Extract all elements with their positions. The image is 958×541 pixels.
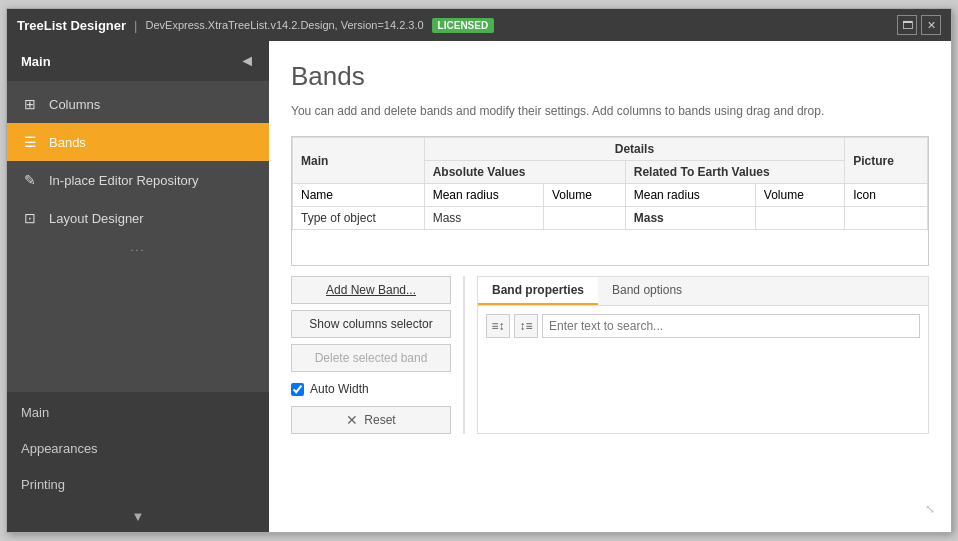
content-wrapper: Bands You can add and delete bands and m… (269, 41, 951, 532)
reset-icon: ✕ (346, 412, 358, 428)
sidebar-item-layout-label: Layout Designer (49, 211, 144, 226)
filter-icon-btn[interactable]: ↕≡ (514, 314, 538, 338)
band-header-details: Details (424, 138, 844, 161)
titlebar-subtitle: DevExpress.XtraTreeList.v14.2.Design, Ve… (146, 19, 424, 31)
titlebar: TreeList Designer | DevExpress.XtraTreeL… (7, 9, 951, 41)
sort-icon-btn[interactable]: ≡↕ (486, 314, 510, 338)
sort-icon: ≡↕ (491, 319, 504, 333)
search-input[interactable] (542, 314, 920, 338)
main-area: Main ◄ ⊞ Columns ☰ Bands ✎ In-place Edit… (7, 41, 951, 532)
titlebar-sep: | (134, 18, 137, 33)
sidebar-bottom: Main Appearances Printing ▼ (7, 392, 269, 532)
tab-content: ≡↕ ↕≡ (478, 306, 928, 433)
restore-button[interactable]: 🗖 (897, 15, 917, 35)
band-col-mean-radius-rel: Mean radius (625, 184, 755, 207)
sidebar-item-bands[interactable]: ☰ Bands (7, 123, 269, 161)
band-col-name: Name (293, 184, 425, 207)
cell-empty-1 (543, 207, 625, 230)
filter-icon: ↕≡ (519, 319, 532, 333)
cell-mass-1: Mass (424, 207, 543, 230)
columns-icon: ⊞ (21, 96, 39, 112)
page-title: Bands (291, 61, 929, 92)
reset-label: Reset (364, 413, 395, 427)
sidebar-expand-btn[interactable]: ▼ (7, 502, 269, 530)
sidebar-item-layout[interactable]: ⊡ Layout Designer (7, 199, 269, 237)
right-panel: Band properties Band options ≡↕ (477, 276, 929, 434)
sidebar-title: Main (21, 54, 51, 69)
band-header-picture: Picture (845, 138, 928, 184)
sidebar: Main ◄ ⊞ Columns ☰ Bands ✎ In-place Edit… (7, 41, 269, 532)
delete-band-button[interactable]: Delete selected band (291, 344, 451, 372)
content: Bands You can add and delete bands and m… (269, 41, 951, 450)
editor-repo-icon: ✎ (21, 172, 39, 188)
cell-empty-3 (845, 207, 928, 230)
sidebar-header: Main ◄ (7, 41, 269, 81)
sidebar-item-columns-label: Columns (49, 97, 100, 112)
app-title: TreeList Designer (17, 18, 126, 33)
band-col-mean-radius-abs: Mean radius (424, 184, 543, 207)
resize-handle[interactable]: ⤡ (925, 502, 935, 516)
window-controls: 🗖 ✕ (897, 15, 941, 35)
cell-mass-2: Mass (625, 207, 755, 230)
band-subheader-rel: Related To Earth Values (625, 161, 844, 184)
show-columns-selector-button[interactable]: Show columns selector (291, 310, 451, 338)
sidebar-item-bands-label: Bands (49, 135, 86, 150)
back-icon[interactable]: ◄ (239, 52, 255, 70)
cell-empty-2 (755, 207, 844, 230)
sidebar-more: ... (7, 237, 269, 257)
vertical-divider (463, 276, 465, 434)
auto-width-checkbox[interactable] (291, 383, 304, 396)
band-table: Main Details Picture Absolute Values Rel… (292, 137, 928, 230)
search-row: ≡↕ ↕≡ (486, 314, 920, 338)
sidebar-bottom-appearances[interactable]: Appearances (7, 430, 269, 466)
sidebar-item-editor-repo-label: In-place Editor Repository (49, 173, 199, 188)
tab-band-options[interactable]: Band options (598, 277, 696, 305)
main-window: TreeList Designer | DevExpress.XtraTreeL… (6, 8, 952, 533)
band-col-volume-rel: Volume (755, 184, 844, 207)
sidebar-item-editor-repo[interactable]: ✎ In-place Editor Repository (7, 161, 269, 199)
add-band-button[interactable]: Add New Band... (291, 276, 451, 304)
sidebar-item-columns[interactable]: ⊞ Columns (7, 85, 269, 123)
reset-button[interactable]: ✕ Reset (291, 406, 451, 434)
bands-icon: ☰ (21, 134, 39, 150)
auto-width-label: Auto Width (310, 382, 369, 396)
sidebar-nav: ⊞ Columns ☰ Bands ✎ In-place Editor Repo… (7, 81, 269, 392)
sidebar-bottom-printing[interactable]: Printing (7, 466, 269, 502)
close-button[interactable]: ✕ (921, 15, 941, 35)
band-col-volume-abs: Volume (543, 184, 625, 207)
tabs-header: Band properties Band options (478, 277, 928, 306)
band-subheader-abs: Absolute Values (424, 161, 625, 184)
expand-icon: ▼ (132, 509, 145, 524)
left-controls: Add New Band... Show columns selector De… (291, 276, 451, 434)
band-header-main: Main (293, 138, 425, 184)
layout-icon: ⊡ (21, 210, 39, 226)
licensed-badge: LICENSED (432, 18, 495, 33)
sidebar-bottom-main[interactable]: Main (7, 394, 269, 430)
band-col-icon: Icon (845, 184, 928, 207)
auto-width-row: Auto Width (291, 382, 451, 396)
tab-band-properties[interactable]: Band properties (478, 277, 598, 305)
table-row[interactable]: Type of object Mass Mass (293, 207, 928, 230)
page-description: You can add and delete bands and modify … (291, 104, 929, 118)
bottom-area: Add New Band... Show columns selector De… (291, 276, 929, 434)
band-table-container: Main Details Picture Absolute Values Rel… (291, 136, 929, 266)
cell-type: Type of object (293, 207, 425, 230)
